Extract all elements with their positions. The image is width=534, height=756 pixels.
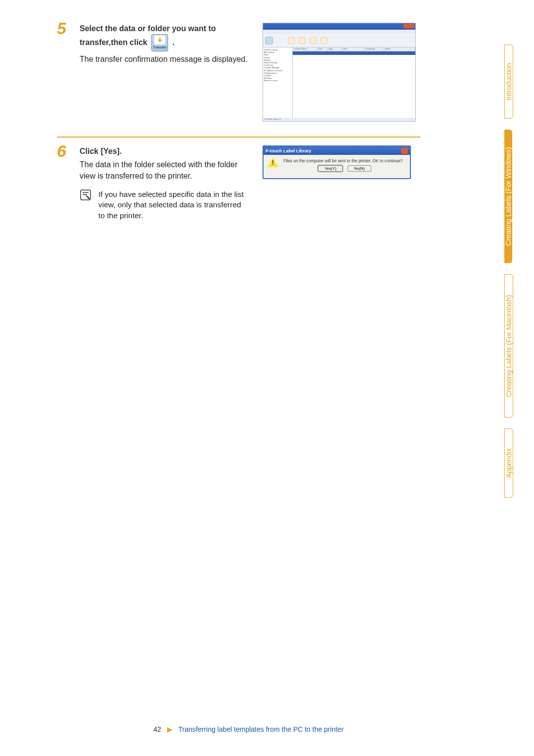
step-6-screenshot-col: P-touch Label Library Files on the compu… xyxy=(263,145,416,179)
dialog-buttons: Yes(Y) No(N) xyxy=(283,165,406,172)
step-6: 6 Click [Yes]. The data in the folder se… xyxy=(57,142,440,221)
step-5-title-part1: Select the data or folder you want to tr… xyxy=(80,24,216,47)
toolbar-icon xyxy=(299,37,306,44)
screenshot-titlebar xyxy=(263,23,415,30)
confirmation-dialog-screenshot: P-touch Label Library Files on the compu… xyxy=(263,145,411,179)
side-navigation: Introduction Creating Labels (For Window… xyxy=(504,45,523,509)
step-5-content: Select the data or folder you want to tr… xyxy=(80,20,440,122)
tab-introduction[interactable]: Introduction xyxy=(504,45,513,119)
dialog-title: P-touch Label Library xyxy=(266,148,401,153)
footer-arrow-icon: ▶ xyxy=(167,725,173,733)
step-6-note: If you have selected specific data in th… xyxy=(80,189,253,221)
tab-creating-labels-macintosh[interactable]: Creating Labels (For Macintosh) xyxy=(504,274,513,418)
col-header: Key Assign xyxy=(364,47,384,51)
tab-appendix[interactable]: Appendix xyxy=(504,428,513,498)
transfer-manager-screenshot: P-touch Library All Contents Filter Pres… xyxy=(263,23,416,122)
step-6-note-text: If you have selected specific data in th… xyxy=(98,189,247,221)
window-controls-icon xyxy=(403,24,414,28)
step-6-text: Click [Yes]. The data in the folder sele… xyxy=(80,145,263,221)
transfer-icon-label: Transfer xyxy=(153,45,167,50)
status-bar: For Help, press F1 xyxy=(263,118,415,121)
step-number-5: 5 xyxy=(57,20,71,37)
screenshot-body: P-touch Library All Contents Filter Pres… xyxy=(263,47,415,118)
step-5-title: Select the data or folder you want to tr… xyxy=(80,23,253,51)
transfer-arrow-icon xyxy=(154,36,165,45)
dialog-body: Files on the computer will be sent to th… xyxy=(264,155,410,173)
transfer-button-inline: Transfer xyxy=(151,34,168,51)
toolbar-icon xyxy=(320,37,327,44)
close-icon xyxy=(401,148,408,154)
col-header: Name xyxy=(384,47,415,51)
col-header: Transfer Name xyxy=(293,47,317,51)
step-number-6: 6 xyxy=(57,142,71,159)
toolbar-icon xyxy=(288,37,295,44)
step-6-desc: The data in the folder selected with the… xyxy=(80,159,253,182)
note-icon xyxy=(80,189,91,201)
step-5-title-part2: . xyxy=(173,38,175,47)
step-6-title: Click [Yes]. xyxy=(80,145,253,157)
step-5-desc: The transfer confirmation message is dis… xyxy=(80,53,253,65)
footer-section-title[interactable]: Transferring label templates from the PC… xyxy=(178,725,344,733)
col-header: Type xyxy=(327,47,342,51)
no-button[interactable]: No(N) xyxy=(348,165,371,172)
toolbar-icon xyxy=(310,37,316,44)
screenshot-toolbar xyxy=(263,34,415,47)
screenshot-tree-panel: P-touch Library All Contents Filter Pres… xyxy=(263,47,293,118)
page-footer: 42 ▶ Transferring label templates from t… xyxy=(57,725,440,733)
step-5-text: Select the data or folder you want to tr… xyxy=(80,23,263,65)
col-header: Size xyxy=(317,47,327,51)
step-6-content: Click [Yes]. The data in the folder sele… xyxy=(80,142,440,221)
step-5-screenshot-col: P-touch Library All Contents Filter Pres… xyxy=(263,23,416,122)
tab-creating-labels-windows[interactable]: Creating Labels (For Windows) xyxy=(504,130,512,263)
page-number: 42 xyxy=(153,725,161,733)
step-5: 5 Select the data or folder you want to … xyxy=(57,20,440,122)
list-header: Transfer Name Size Type Date Key Assign … xyxy=(293,47,415,51)
col-header: Date xyxy=(342,47,364,51)
tree-item: Brother xx-xxxx xyxy=(264,79,291,82)
toolbar-transfer-icon xyxy=(265,37,273,45)
dialog-titlebar: P-touch Label Library xyxy=(264,146,410,155)
screenshot-menubar xyxy=(263,30,415,34)
step-divider xyxy=(57,137,420,138)
screenshot-list-panel: Transfer Name Size Type Date Key Assign … xyxy=(293,47,415,118)
transfer-icon: Transfer xyxy=(151,34,168,51)
yes-button[interactable]: Yes(Y) xyxy=(318,165,343,172)
dialog-message: Files on the computer will be sent to th… xyxy=(283,158,406,163)
warning-icon xyxy=(267,157,278,167)
selected-list-row xyxy=(293,51,415,55)
